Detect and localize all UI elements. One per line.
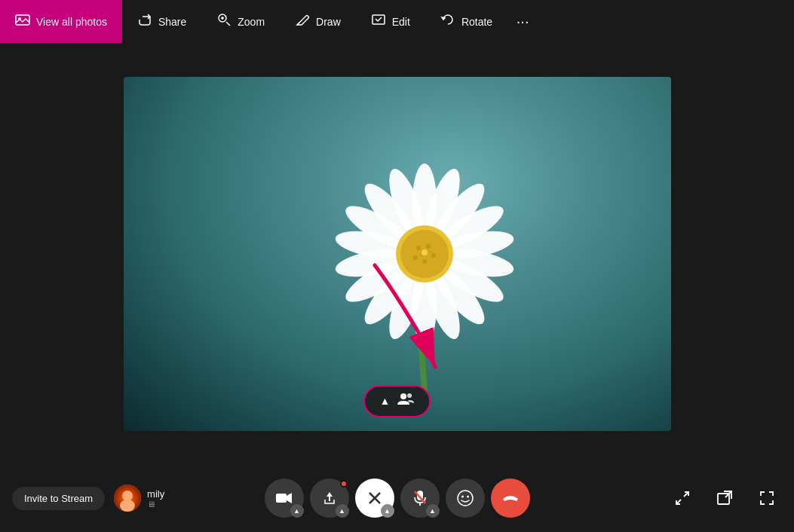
photo-container: ▲ [124, 77, 671, 431]
svg-point-30 [429, 250, 432, 253]
draw-label: Draw [316, 16, 341, 28]
mic-dropdown-arrow[interactable]: ▲ [426, 504, 440, 518]
svg-point-36 [122, 491, 133, 501]
svg-point-44 [458, 491, 473, 506]
zoom-button[interactable]: Zoom [201, 0, 280, 43]
daisy-background: ▲ [124, 77, 671, 431]
call-bar-right [667, 483, 782, 513]
more-options-button[interactable]: ··· [507, 0, 538, 43]
user-name: mily [147, 488, 164, 500]
end-call-button[interactable] [491, 478, 530, 518]
invite-to-stream-button[interactable]: Invite to Stream [12, 487, 105, 510]
zoom-label: Zoom [238, 16, 265, 28]
svg-point-27 [422, 259, 427, 264]
invite-label: Invite to Stream [24, 493, 93, 504]
monitor-icon: 🖥 [147, 500, 155, 509]
popout-button[interactable] [710, 483, 740, 513]
avatar [114, 485, 141, 512]
fullscreen-button[interactable] [752, 483, 782, 513]
photos-icon [15, 12, 30, 31]
daisy-image [296, 103, 553, 405]
svg-point-31 [422, 249, 428, 255]
svg-point-33 [400, 393, 406, 399]
main-content: ▲ [0, 43, 794, 464]
svg-point-34 [407, 393, 412, 398]
content-btn-container: ▲ [355, 478, 394, 518]
rotate-label: Rotate [461, 16, 492, 28]
draw-icon [295, 12, 310, 31]
share-label: Share [158, 16, 186, 28]
view-all-photos-button[interactable]: View all photos [0, 0, 122, 43]
draw-button[interactable]: Draw [280, 0, 356, 43]
edit-icon [371, 12, 386, 31]
emoji-button[interactable] [446, 478, 485, 518]
svg-point-25 [426, 244, 431, 249]
zoom-icon [216, 12, 231, 31]
svg-point-26 [431, 253, 436, 258]
rotate-icon [440, 12, 455, 31]
video-btn-container: ▲ [265, 478, 304, 518]
rotate-button[interactable]: Rotate [425, 0, 507, 43]
svg-point-45 [461, 496, 464, 498]
share-dropdown-arrow[interactable]: ▲ [336, 504, 349, 518]
toolbar: View all photos Share Zoom [0, 0, 794, 43]
svg-point-24 [416, 246, 421, 250]
edit-button[interactable]: Edit [356, 0, 425, 43]
svg-point-37 [120, 500, 135, 512]
user-info: mily 🖥 [114, 485, 164, 512]
people-icon [397, 393, 414, 410]
share-badge [340, 480, 348, 488]
mic-btn-container: ▲ [400, 478, 440, 518]
rocket-btn-container: ▲ [310, 478, 349, 518]
share-icon [137, 12, 152, 31]
content-dropdown-arrow[interactable]: ▲ [381, 504, 394, 518]
svg-rect-38 [276, 494, 287, 503]
view-all-photos-label: View all photos [36, 16, 107, 28]
participants-bubble[interactable]: ▲ [363, 385, 431, 417]
edit-label: Edit [392, 16, 410, 28]
video-dropdown-arrow[interactable]: ▲ [290, 504, 304, 518]
svg-point-29 [419, 254, 422, 257]
call-controls: ▲ ▲ ▲ [265, 478, 530, 518]
more-icon: ··· [517, 13, 529, 30]
share-button[interactable]: Share [122, 0, 201, 43]
svg-point-46 [467, 496, 469, 498]
expand-button[interactable] [667, 483, 697, 513]
call-bar-left: Invite to Stream [12, 485, 164, 512]
chevron-up-icon: ▲ [380, 395, 391, 407]
svg-point-28 [413, 255, 418, 260]
call-bar: Invite to Stream [0, 464, 794, 532]
